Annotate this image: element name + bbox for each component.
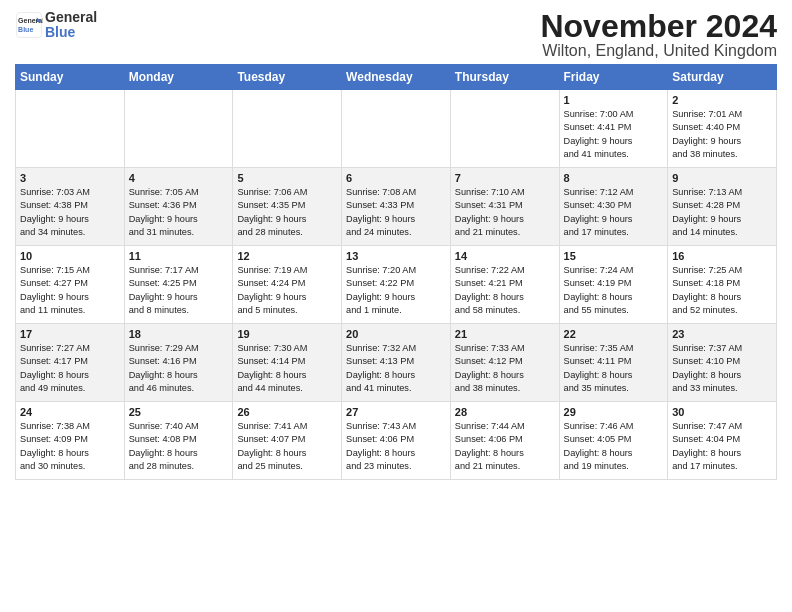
day-cell: 22Sunrise: 7:35 AM Sunset: 4:11 PM Dayli…	[559, 324, 668, 402]
week-row-3: 10Sunrise: 7:15 AM Sunset: 4:27 PM Dayli…	[16, 246, 777, 324]
col-tuesday: Tuesday	[233, 65, 342, 90]
day-info: Sunrise: 7:05 AM Sunset: 4:36 PM Dayligh…	[129, 186, 229, 239]
day-cell: 12Sunrise: 7:19 AM Sunset: 4:24 PM Dayli…	[233, 246, 342, 324]
day-cell: 4Sunrise: 7:05 AM Sunset: 4:36 PM Daylig…	[124, 168, 233, 246]
logo-line2: Blue	[45, 25, 97, 40]
day-cell: 20Sunrise: 7:32 AM Sunset: 4:13 PM Dayli…	[342, 324, 451, 402]
logo-icon: General Blue	[15, 11, 43, 39]
day-number: 2	[672, 94, 772, 106]
calendar-body: 1Sunrise: 7:00 AM Sunset: 4:41 PM Daylig…	[16, 90, 777, 480]
day-cell: 24Sunrise: 7:38 AM Sunset: 4:09 PM Dayli…	[16, 402, 125, 480]
day-cell: 14Sunrise: 7:22 AM Sunset: 4:21 PM Dayli…	[450, 246, 559, 324]
calendar-header: Sunday Monday Tuesday Wednesday Thursday…	[16, 65, 777, 90]
day-cell: 19Sunrise: 7:30 AM Sunset: 4:14 PM Dayli…	[233, 324, 342, 402]
day-number: 12	[237, 250, 337, 262]
day-info: Sunrise: 7:12 AM Sunset: 4:30 PM Dayligh…	[564, 186, 664, 239]
day-info: Sunrise: 7:40 AM Sunset: 4:08 PM Dayligh…	[129, 420, 229, 473]
day-info: Sunrise: 7:27 AM Sunset: 4:17 PM Dayligh…	[20, 342, 120, 395]
day-cell: 26Sunrise: 7:41 AM Sunset: 4:07 PM Dayli…	[233, 402, 342, 480]
day-number: 20	[346, 328, 446, 340]
day-info: Sunrise: 7:03 AM Sunset: 4:38 PM Dayligh…	[20, 186, 120, 239]
calendar-title: November 2024	[540, 10, 777, 42]
calendar-table: Sunday Monday Tuesday Wednesday Thursday…	[15, 64, 777, 480]
day-info: Sunrise: 7:25 AM Sunset: 4:18 PM Dayligh…	[672, 264, 772, 317]
day-info: Sunrise: 7:33 AM Sunset: 4:12 PM Dayligh…	[455, 342, 555, 395]
day-info: Sunrise: 7:20 AM Sunset: 4:22 PM Dayligh…	[346, 264, 446, 317]
col-thursday: Thursday	[450, 65, 559, 90]
svg-text:Blue: Blue	[18, 26, 33, 33]
day-number: 26	[237, 406, 337, 418]
day-info: Sunrise: 7:44 AM Sunset: 4:06 PM Dayligh…	[455, 420, 555, 473]
logo: General Blue General Blue	[15, 10, 97, 41]
col-wednesday: Wednesday	[342, 65, 451, 90]
day-info: Sunrise: 7:13 AM Sunset: 4:28 PM Dayligh…	[672, 186, 772, 239]
day-info: Sunrise: 7:17 AM Sunset: 4:25 PM Dayligh…	[129, 264, 229, 317]
day-info: Sunrise: 7:38 AM Sunset: 4:09 PM Dayligh…	[20, 420, 120, 473]
day-info: Sunrise: 7:00 AM Sunset: 4:41 PM Dayligh…	[564, 108, 664, 161]
day-cell: 7Sunrise: 7:10 AM Sunset: 4:31 PM Daylig…	[450, 168, 559, 246]
day-cell: 8Sunrise: 7:12 AM Sunset: 4:30 PM Daylig…	[559, 168, 668, 246]
day-cell: 6Sunrise: 7:08 AM Sunset: 4:33 PM Daylig…	[342, 168, 451, 246]
day-info: Sunrise: 7:46 AM Sunset: 4:05 PM Dayligh…	[564, 420, 664, 473]
day-info: Sunrise: 7:22 AM Sunset: 4:21 PM Dayligh…	[455, 264, 555, 317]
day-info: Sunrise: 7:43 AM Sunset: 4:06 PM Dayligh…	[346, 420, 446, 473]
day-cell	[342, 90, 451, 168]
day-number: 19	[237, 328, 337, 340]
logo-line1: General	[45, 10, 97, 25]
col-sunday: Sunday	[16, 65, 125, 90]
day-cell	[16, 90, 125, 168]
day-cell	[450, 90, 559, 168]
week-row-1: 1Sunrise: 7:00 AM Sunset: 4:41 PM Daylig…	[16, 90, 777, 168]
day-number: 25	[129, 406, 229, 418]
week-row-4: 17Sunrise: 7:27 AM Sunset: 4:17 PM Dayli…	[16, 324, 777, 402]
day-cell: 18Sunrise: 7:29 AM Sunset: 4:16 PM Dayli…	[124, 324, 233, 402]
day-number: 8	[564, 172, 664, 184]
day-info: Sunrise: 7:47 AM Sunset: 4:04 PM Dayligh…	[672, 420, 772, 473]
day-cell: 10Sunrise: 7:15 AM Sunset: 4:27 PM Dayli…	[16, 246, 125, 324]
day-number: 21	[455, 328, 555, 340]
day-number: 22	[564, 328, 664, 340]
day-number: 5	[237, 172, 337, 184]
day-number: 28	[455, 406, 555, 418]
day-info: Sunrise: 7:15 AM Sunset: 4:27 PM Dayligh…	[20, 264, 120, 317]
day-number: 11	[129, 250, 229, 262]
day-cell: 11Sunrise: 7:17 AM Sunset: 4:25 PM Dayli…	[124, 246, 233, 324]
day-number: 15	[564, 250, 664, 262]
day-cell: 2Sunrise: 7:01 AM Sunset: 4:40 PM Daylig…	[668, 90, 777, 168]
day-cell: 5Sunrise: 7:06 AM Sunset: 4:35 PM Daylig…	[233, 168, 342, 246]
day-info: Sunrise: 7:37 AM Sunset: 4:10 PM Dayligh…	[672, 342, 772, 395]
day-cell: 23Sunrise: 7:37 AM Sunset: 4:10 PM Dayli…	[668, 324, 777, 402]
day-cell: 30Sunrise: 7:47 AM Sunset: 4:04 PM Dayli…	[668, 402, 777, 480]
day-number: 18	[129, 328, 229, 340]
day-number: 9	[672, 172, 772, 184]
logo-text: General Blue	[45, 10, 97, 41]
col-friday: Friday	[559, 65, 668, 90]
day-cell: 21Sunrise: 7:33 AM Sunset: 4:12 PM Dayli…	[450, 324, 559, 402]
day-number: 27	[346, 406, 446, 418]
day-number: 16	[672, 250, 772, 262]
day-number: 4	[129, 172, 229, 184]
day-info: Sunrise: 7:35 AM Sunset: 4:11 PM Dayligh…	[564, 342, 664, 395]
day-cell: 17Sunrise: 7:27 AM Sunset: 4:17 PM Dayli…	[16, 324, 125, 402]
day-cell	[124, 90, 233, 168]
page: General Blue General Blue November 2024 …	[0, 0, 792, 490]
day-info: Sunrise: 7:32 AM Sunset: 4:13 PM Dayligh…	[346, 342, 446, 395]
day-number: 3	[20, 172, 120, 184]
day-info: Sunrise: 7:01 AM Sunset: 4:40 PM Dayligh…	[672, 108, 772, 161]
day-info: Sunrise: 7:08 AM Sunset: 4:33 PM Dayligh…	[346, 186, 446, 239]
day-info: Sunrise: 7:24 AM Sunset: 4:19 PM Dayligh…	[564, 264, 664, 317]
day-cell: 15Sunrise: 7:24 AM Sunset: 4:19 PM Dayli…	[559, 246, 668, 324]
calendar-subtitle: Wilton, England, United Kingdom	[540, 42, 777, 60]
day-info: Sunrise: 7:10 AM Sunset: 4:31 PM Dayligh…	[455, 186, 555, 239]
title-block: November 2024 Wilton, England, United Ki…	[540, 10, 777, 60]
day-info: Sunrise: 7:06 AM Sunset: 4:35 PM Dayligh…	[237, 186, 337, 239]
header: General Blue General Blue November 2024 …	[15, 10, 777, 60]
day-cell: 13Sunrise: 7:20 AM Sunset: 4:22 PM Dayli…	[342, 246, 451, 324]
day-cell: 9Sunrise: 7:13 AM Sunset: 4:28 PM Daylig…	[668, 168, 777, 246]
day-cell: 25Sunrise: 7:40 AM Sunset: 4:08 PM Dayli…	[124, 402, 233, 480]
day-number: 24	[20, 406, 120, 418]
day-number: 30	[672, 406, 772, 418]
day-number: 14	[455, 250, 555, 262]
col-monday: Monday	[124, 65, 233, 90]
col-saturday: Saturday	[668, 65, 777, 90]
